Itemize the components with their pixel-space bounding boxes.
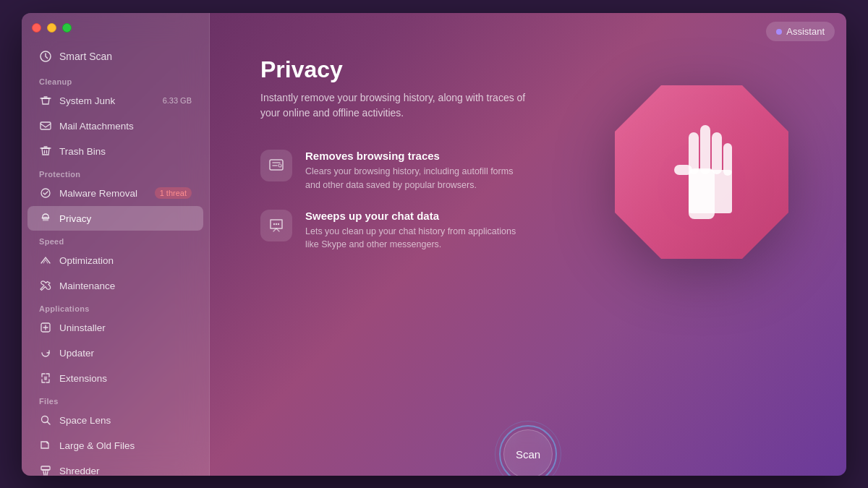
shredder-label: Shredder — [59, 466, 100, 476]
mail-icon — [39, 119, 52, 132]
svg-rect-13 — [700, 125, 710, 174]
scan-button-container: Scan — [499, 425, 557, 476]
uninstaller-icon — [39, 321, 52, 334]
svg-point-9 — [276, 223, 277, 224]
browsing-traces-desc: Clears your browsing history, including … — [305, 165, 522, 192]
section-label-applications: Applications — [22, 299, 209, 314]
privacy-octagon-svg — [600, 71, 803, 273]
updater-label: Updater — [59, 348, 94, 359]
svg-point-8 — [273, 223, 275, 224]
minimize-button[interactable] — [47, 23, 56, 33]
extensions-label: Extensions — [59, 373, 107, 384]
browsing-traces-icon — [260, 150, 292, 181]
main-content: Assistant Privacy Instantly remove your … — [210, 13, 846, 476]
svg-rect-5 — [41, 466, 50, 470]
system-junk-icon — [39, 94, 52, 107]
chat-data-title: Sweeps up your chat data — [305, 210, 522, 222]
svg-rect-1 — [41, 122, 51, 129]
sidebar-item-optimization[interactable]: Optimization — [27, 248, 203, 273]
smart-scan-icon — [39, 50, 52, 63]
section-label-files: Files — [22, 391, 209, 407]
chat-data-text: Sweeps up your chat data Lets you clean … — [305, 210, 522, 252]
large-old-files-label: Large & Old Files — [59, 440, 135, 451]
privacy-icon — [39, 212, 52, 225]
sidebar-item-malware-removal[interactable]: Malware Removal 1 threat — [27, 181, 203, 205]
svg-point-2 — [41, 189, 50, 197]
sidebar-item-updater[interactable]: Updater — [27, 341, 203, 365]
maintenance-icon — [39, 279, 52, 292]
sidebar-item-extensions[interactable]: Extensions — [27, 366, 203, 390]
space-lens-icon — [39, 414, 52, 427]
trash-bins-label: Trash Bins — [59, 146, 106, 157]
assistant-button[interactable]: Assistant — [766, 22, 835, 41]
sidebar-item-uninstaller[interactable]: Uninstaller — [27, 315, 203, 340]
sidebar-item-space-lens[interactable]: Space Lens — [27, 408, 203, 432]
svg-point-10 — [278, 223, 279, 224]
section-label-speed: Speed — [22, 231, 209, 247]
uninstaller-label: Uninstaller — [59, 322, 106, 333]
extensions-icon — [39, 372, 52, 385]
sidebar-item-privacy[interactable]: Privacy — [27, 206, 203, 231]
malware-badge: 1 threat — [155, 187, 192, 199]
smart-scan-label: Smart Scan — [59, 51, 112, 62]
svg-point-7 — [278, 164, 281, 167]
updater-icon — [39, 346, 52, 359]
sidebar: Smart Scan Cleanup System Junk 6.33 GB — [22, 13, 210, 476]
browsing-traces-title: Removes browsing traces — [305, 150, 522, 162]
shredder-icon — [39, 464, 52, 476]
large-files-icon — [39, 439, 52, 452]
maintenance-label: Maintenance — [59, 281, 115, 291]
sidebar-item-smart-scan[interactable]: Smart Scan — [27, 44, 203, 69]
app-window: Smart Scan Cleanup System Junk 6.33 GB — [22, 13, 846, 476]
optimization-icon — [39, 254, 52, 267]
sidebar-item-mail-attachments[interactable]: Mail Attachments — [27, 114, 203, 138]
sidebar-item-trash-bins[interactable]: Trash Bins — [27, 139, 203, 163]
top-bar: Assistant — [766, 22, 835, 41]
browsing-traces-text: Removes browsing traces Clears your brow… — [305, 150, 522, 192]
traffic-lights — [32, 23, 72, 33]
svg-rect-14 — [712, 132, 722, 174]
privacy-label: Privacy — [59, 213, 91, 224]
sidebar-item-shredder[interactable]: Shredder — [27, 458, 203, 476]
sidebar-item-maintenance[interactable]: Maintenance — [27, 273, 203, 298]
mail-attachments-label: Mail Attachments — [59, 121, 134, 132]
section-label-protection: Protection — [22, 164, 209, 180]
malware-icon — [39, 187, 52, 200]
optimization-label: Optimization — [59, 255, 114, 266]
page-description: Instantly remove your browsing history, … — [260, 90, 535, 121]
sidebar-sections: Cleanup System Junk 6.33 GB — [22, 72, 209, 476]
malware-removal-label: Malware Removal — [59, 188, 137, 199]
chat-data-desc: Lets you clean up your chat history from… — [305, 225, 522, 252]
sidebar-item-large-old-files[interactable]: Large & Old Files — [27, 433, 203, 458]
close-button[interactable] — [32, 23, 41, 33]
system-junk-badge: 6.33 GB — [163, 96, 192, 105]
privacy-illustration — [600, 71, 803, 276]
assistant-label: Assistant — [786, 26, 825, 37]
system-junk-label: System Junk — [59, 95, 115, 106]
space-lens-label: Space Lens — [59, 415, 111, 426]
svg-rect-17 — [689, 170, 732, 213]
maximize-button[interactable] — [62, 23, 72, 33]
section-label-cleanup: Cleanup — [22, 72, 209, 87]
chat-data-icon — [260, 210, 292, 241]
trash-icon — [39, 145, 52, 158]
scan-button-outer-ring: Scan — [499, 425, 557, 476]
sidebar-item-system-junk[interactable]: System Junk 6.33 GB — [27, 88, 203, 113]
assistant-dot — [776, 29, 782, 35]
scan-button[interactable]: Scan — [503, 429, 553, 476]
